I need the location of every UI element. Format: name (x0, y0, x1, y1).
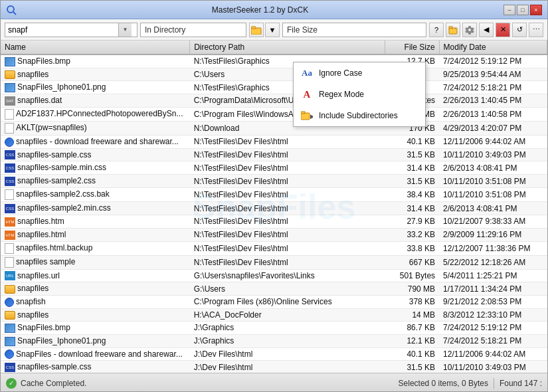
table-row[interactable]: snapfilesG:\Users790 MB1/17/2011 1:34:24… (1, 282, 547, 295)
regex-mode-item[interactable]: A Regex Mode (294, 84, 425, 105)
table-row[interactable]: SnapFiles_Iphone01.pngJ:\Graphics12.1 KB… (1, 334, 547, 347)
table-row[interactable]: CSSsnapfiles-sample2.cssN:\TestFiles\Dev… (1, 175, 547, 188)
cell-name: CSSsnapfiles-sample2.css (1, 175, 190, 188)
refresh-button[interactable]: ↺ (512, 23, 527, 37)
cell-name: snapfiles.html.backup (1, 241, 190, 255)
filename: snapfiles-sample2.min.css (17, 203, 111, 213)
cell-name: SnapFiles_Iphone01.png (1, 334, 190, 347)
open-folder-button[interactable] (249, 23, 264, 37)
table-row[interactable]: SnapFiles.bmpN:\TestFiles\Graphics12.7 K… (1, 54, 547, 68)
table-row[interactable]: snapfiles - download freeware and sharew… (1, 135, 547, 148)
include-subdirs-icon: ▶ (300, 109, 314, 122)
cell-dir: N:\TestFiles\Dev Files\html (190, 161, 385, 175)
cell-size: 31.5 KB (385, 148, 439, 161)
table-row[interactable]: URLsnapfiles.urlG:\Users\snapfiles\Favor… (1, 269, 547, 282)
filename: snapfiles (17, 284, 48, 293)
cell-name: snapfish (1, 295, 190, 308)
cell-date: 10/11/2010 3:51:08 PM (439, 175, 547, 188)
table-row[interactable]: CSSsnapfiles-sample2.min.cssN:\TestFiles… (1, 202, 547, 215)
filename: AD2F1837.HPConnectedPhotopoweredBySn... (16, 109, 183, 118)
filename: snapfiles (17, 310, 48, 320)
filename: snapfiles.dat (17, 96, 62, 105)
maximize-button[interactable]: □ (517, 5, 529, 15)
cell-name: SnapFiles.bmp (1, 54, 190, 68)
cell-size: 14 MB (385, 308, 439, 321)
cell-name: CSSsnapfiles-sample.min.css (1, 161, 190, 175)
minimize-button[interactable]: – (503, 5, 515, 15)
cell-date: 2/26/2013 1:40:58 PM (439, 107, 547, 121)
table-row[interactable]: SnapFiles - download freeware and sharew… (1, 347, 547, 361)
cell-size: 38.4 KB (385, 188, 439, 202)
filename: snapfiles - download freeware and sharew… (16, 137, 179, 146)
window-controls: – □ × (503, 5, 542, 15)
table-row[interactable]: AD2F1837.HPConnectedPhotopoweredBySn...C… (1, 107, 547, 121)
dir-down-button[interactable]: ▼ (265, 23, 280, 37)
table-row[interactable]: snapfiles.html.backupN:\TestFiles\Dev Fi… (1, 241, 547, 255)
col-header-size[interactable]: File Size (385, 41, 439, 54)
cell-date: 2/26/2013 1:40:45 PM (439, 94, 547, 107)
search-dropdown-button[interactable]: ▼ (118, 23, 132, 37)
search-box: ▼ (5, 23, 137, 37)
table-row[interactable]: AKLT(pw=snapfiles)N:\Download170 KB4/29/… (1, 121, 547, 135)
svg-rect-8 (301, 112, 305, 114)
settings-button[interactable] (462, 23, 477, 37)
status-right: Selected 0 items, 0 Bytes Found 147 : (399, 378, 542, 389)
table-row[interactable]: SnapFiles_Iphone01.pngN:\TestFiles\Graph… (1, 81, 547, 94)
filesize-field: File Size (282, 23, 426, 37)
table-row[interactable]: snapfilesC:\Users9/25/2013 9:54:44 AM (1, 68, 547, 80)
table-row[interactable]: HTMsnapfiles.htmN:\TestFiles\Dev Files\h… (1, 215, 547, 228)
cell-size: 378 KB (385, 295, 439, 308)
status-check-icon: ✓ (6, 378, 17, 389)
cell-dir: J:\Graphics (190, 321, 385, 334)
regex-mode-icon: A (300, 88, 314, 101)
include-subdirs-item[interactable]: ▶ Include Subdirectories (294, 105, 425, 126)
filename: snapfiles-sample.css (17, 150, 91, 159)
extra-button[interactable]: ⋯ (529, 23, 543, 37)
table-row[interactable]: HTMsnapfiles.htmlN:\TestFiles\Dev Files\… (1, 228, 547, 241)
cell-size: 667 KB (385, 255, 439, 269)
filename: SnapFiles.bmp (17, 323, 70, 332)
table-row[interactable]: snapfiles sampleN:\TestFiles\Dev Files\h… (1, 255, 547, 269)
cell-size: 40.1 KB (385, 347, 439, 361)
cell-name: DATsnapfiles.dat (1, 94, 190, 107)
cell-dir: J:\Graphics (190, 334, 385, 347)
table-row[interactable]: snapfishC:\Program Files (x86)\Online Se… (1, 295, 547, 308)
cell-size: 27.9 KB (385, 215, 439, 228)
cell-dir: N:\TestFiles\Dev Files\html (190, 202, 385, 215)
col-header-name[interactable]: Name (1, 41, 190, 54)
table-row[interactable]: CSSsnapfiles-sample.cssJ:\Dev Files\html… (1, 361, 547, 373)
cell-dir: N:\TestFiles\Dev Files\html (190, 241, 385, 255)
col-header-date[interactable]: Modify Date (439, 41, 547, 54)
search-input[interactable] (5, 23, 118, 37)
cell-size: 31.5 KB (385, 361, 439, 373)
window-title: MasterSeeker 1.2 by DxCK (17, 5, 503, 15)
file-table: Name Directory Path File Size Modify Dat… (1, 41, 547, 373)
table-row[interactable]: CSSsnapfiles-sample.cssN:\TestFiles\Dev … (1, 148, 547, 161)
table-header-row: Name Directory Path File Size Modify Dat… (1, 41, 547, 54)
close-button[interactable]: × (530, 5, 542, 15)
file-table-container[interactable]: SnapFiles Name Directory Path File Size … (1, 41, 547, 373)
back-button[interactable]: ◀ (479, 23, 494, 37)
table-row[interactable]: DATsnapfiles.datC:\ProgramData\Microsoft… (1, 94, 547, 107)
open-button[interactable] (446, 23, 460, 37)
svg-text:▶: ▶ (310, 114, 313, 120)
table-row[interactable]: snapfiles-sample2.css.bakN:\TestFiles\De… (1, 188, 547, 202)
filename: snapfiles-sample.min.css (17, 163, 106, 172)
cell-date: 4/29/2013 4:20:07 PM (439, 121, 547, 135)
cell-name: CSSsnapfiles-sample.css (1, 148, 190, 161)
cell-dir: N:\TestFiles\Dev Files\html (190, 135, 385, 148)
ignore-case-item[interactable]: Aa Ignore Case (294, 62, 425, 84)
table-row[interactable]: snapfilesH:\ACA_DocFolder14 MB8/3/2012 1… (1, 308, 547, 321)
filename: snapfiles sample (16, 257, 75, 266)
cell-dir: H:\ACA_DocFolder (190, 308, 385, 321)
table-row[interactable]: CSSsnapfiles-sample.min.cssN:\TestFiles\… (1, 161, 547, 175)
filesize-label: File Size (287, 25, 318, 35)
table-row[interactable]: SnapFiles.bmpJ:\Graphics86.7 KB7/24/2012… (1, 321, 547, 334)
filename: snapfiles-sample2.css.bak (16, 189, 110, 199)
regex-mode-label: Regex Mode (319, 90, 364, 99)
help-button[interactable]: ? (429, 23, 444, 37)
cell-date: 10/21/2007 9:38:33 AM (439, 215, 547, 228)
cell-date: 8/3/2012 12:33:10 PM (439, 308, 547, 321)
col-header-dir[interactable]: Directory Path (190, 41, 385, 54)
red-button[interactable]: ✕ (496, 23, 510, 37)
